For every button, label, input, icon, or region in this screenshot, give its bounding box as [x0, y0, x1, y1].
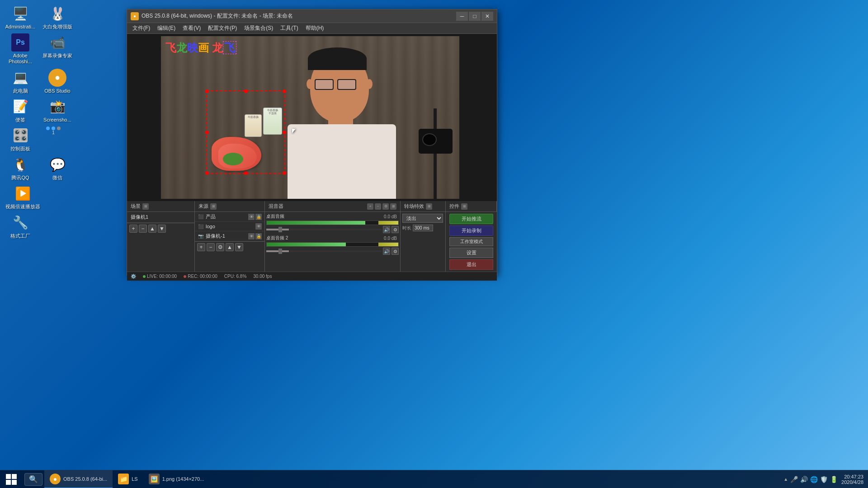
mixer-remove-icon[interactable]: −	[375, 203, 381, 210]
desktop-icon-sticky[interactable]: 📝 便签	[5, 98, 36, 123]
source-up-button[interactable]: ▲	[226, 243, 234, 251]
source-camera-lock-button[interactable]: 🔒	[255, 233, 262, 239]
scene-add-button[interactable]: +	[129, 225, 137, 233]
desktop-icon-administrat[interactable]: 🖥️ Administrati...	[5, 5, 36, 30]
obs-app-icon: ●	[131, 12, 139, 20]
sources-expand-icon[interactable]: ⊞	[210, 203, 217, 210]
mixer-ch1-vol-slider[interactable]	[266, 229, 289, 230]
mixer-ch1-settings-button[interactable]: ⚙	[392, 226, 399, 233]
desktop-icon-screenshot[interactable]: 📸 Screensho...	[42, 98, 73, 123]
title-char-4: 画	[198, 42, 209, 54]
scenes-expand-icon[interactable]: ⊞	[142, 203, 149, 210]
mixer-ch1-mute-button[interactable]: 🔊	[383, 226, 390, 233]
desktop-icon-screen-cap[interactable]: 📹 屏幕录像专家	[42, 33, 73, 65]
obs-icon: ●	[48, 69, 66, 87]
maximize-button[interactable]: □	[469, 12, 481, 21]
close-button[interactable]: ✕	[481, 12, 493, 21]
taskbar-network-icon[interactable]: 🌐	[810, 476, 818, 483]
handle-top-right[interactable]	[283, 89, 286, 93]
mixer-panel-header: 混音器 + − ⚙ ⊞	[265, 201, 401, 211]
start-stream-button[interactable]: 开始推流	[449, 214, 493, 224]
desktop-icon-daidi[interactable]: 🐰 大白兔增强版	[42, 5, 73, 30]
rec-label: REC: 00:00:00	[184, 274, 217, 279]
source-settings-button[interactable]: ⚙	[216, 243, 224, 251]
video-speed-icon: ▶️	[14, 184, 32, 202]
transitions-panel-header: 转场特效 ⊞	[401, 201, 446, 211]
taskbar-up-arrow-icon[interactable]: ▲	[783, 477, 788, 482]
desktop-icon-pc[interactable]: 💻 此电脑	[5, 69, 36, 94]
mixer-add-icon[interactable]: +	[367, 203, 373, 210]
controls-expand-icon[interactable]: ⊞	[461, 203, 467, 210]
menu-tools[interactable]: 工具(T)	[277, 23, 302, 33]
mixer-ch2-vol-slider[interactable]	[266, 250, 289, 252]
start-record-button[interactable]: 开始录制	[449, 225, 493, 236]
menu-profile[interactable]: 配置文件(P)	[204, 23, 241, 33]
qq-icon: 🐧	[11, 155, 29, 174]
clock-date: 2020/4/28	[841, 479, 863, 485]
desktop-icon-video-speed[interactable]: ▶️ 视频倍速播放器	[5, 184, 41, 210]
screen-cap-icon: 📹	[48, 33, 66, 52]
settings-button[interactable]: 设置	[449, 248, 493, 258]
minimize-button[interactable]: ─	[456, 12, 468, 21]
desktop-icon-wechat[interactable]: 💬 微信	[42, 155, 73, 181]
start-button[interactable]	[0, 470, 23, 488]
controls-panel-header: 控件 ⊞	[446, 201, 497, 211]
taskbar-speaker-icon[interactable]: 🔊	[800, 476, 808, 483]
left-ear	[307, 79, 313, 89]
menu-view[interactable]: 查看(V)	[179, 23, 204, 33]
source-camera-visible-button[interactable]: 👁	[248, 233, 255, 239]
mixer-ch2-vol-handle[interactable]	[278, 249, 282, 254]
preview-area[interactable]: 飞龙映画 龙飞	[127, 34, 497, 201]
taskbar-search-button[interactable]: 🔍	[24, 473, 42, 486]
exit-button[interactable]: 退出	[449, 259, 493, 270]
handle-left-mid[interactable]	[205, 131, 209, 134]
menu-scenes[interactable]: 场景集合(S)	[241, 23, 277, 33]
mixer-ch2-mute-button[interactable]: 🔊	[383, 248, 390, 255]
desktop-icon-format-tool[interactable]: 🔧 格式工厂	[5, 214, 36, 239]
transitions-expand-icon[interactable]: ⊞	[426, 203, 432, 210]
taskbar-app-obs[interactable]: ● OBS 25.0.8 (64-bi...	[44, 470, 113, 488]
scene-down-button[interactable]: ▼	[158, 225, 166, 233]
product-selection-box[interactable]: 牛筋香肠干货类 牛筋香肠	[206, 90, 285, 174]
qq-label: 腾讯QQ	[11, 175, 29, 181]
transition-type-select[interactable]: 淡出	[402, 214, 443, 223]
mixer-ch2-settings-button[interactable]: ⚙	[392, 248, 399, 255]
scene-up-button[interactable]: ▲	[148, 225, 156, 233]
pc-label: 此电脑	[13, 88, 28, 94]
source-down-button[interactable]: ▼	[235, 243, 243, 251]
handle-bottom-mid[interactable]	[244, 171, 248, 175]
duration-input[interactable]	[413, 225, 433, 231]
handle-top-left[interactable]	[205, 89, 209, 93]
mixer-ch1-vol-handle[interactable]	[278, 227, 282, 232]
handle-bottom-left[interactable]	[205, 171, 209, 175]
mixer-ch2-header: 桌面音频 2 0.0 dB	[266, 235, 399, 241]
source-product-lock-button[interactable]: 🔒	[255, 214, 262, 220]
desktop-icon-obs[interactable]: ● OBS Studio	[42, 69, 73, 94]
taskbar-clock[interactable]: 20:47:23 2020/4/28	[841, 474, 863, 485]
video-speed-label: 视频倍速播放器	[5, 204, 40, 210]
source-remove-button[interactable]: −	[207, 243, 215, 251]
handle-bottom-right[interactable]	[283, 171, 286, 175]
taskbar-app-explorer[interactable]: 📁 LS	[113, 470, 143, 488]
menu-edit[interactable]: 编辑(E)	[154, 23, 179, 33]
handle-top-mid[interactable]	[244, 89, 248, 93]
taskbar-microphone-icon: 🎤	[790, 476, 798, 483]
source-item-product[interactable]: ⬛ 产品 👁 🔒	[195, 212, 264, 222]
menu-help[interactable]: 帮助(H)	[302, 23, 328, 33]
live-label: LIVE: 00:00:00	[143, 274, 177, 279]
mixer-expand-icon[interactable]: ⊞	[390, 203, 396, 210]
source-add-button[interactable]: +	[197, 243, 205, 251]
source-product-visible-button[interactable]: 👁	[248, 214, 255, 220]
mixer-settings-icon[interactable]: ⚙	[382, 203, 389, 210]
desktop-icon-ctrl-panel[interactable]: 🎛️ 控制面板	[5, 127, 36, 152]
scene-remove-button[interactable]: −	[139, 225, 147, 233]
source-logo-visible-button[interactable]: 👁	[255, 223, 262, 230]
desktop-icon-adobe-ps[interactable]: Ps Adobe Photoshi...	[5, 33, 36, 65]
desktop-icon-qq[interactable]: 🐧 腾讯QQ	[5, 155, 36, 181]
workmode-button[interactable]: 工作室模式	[449, 237, 493, 246]
source-item-camera[interactable]: 📷 摄像机-1 👁 🔒	[195, 231, 264, 241]
taskbar-app-png[interactable]: 🖼️ 1.png (1434×270...	[143, 470, 210, 488]
menu-file[interactable]: 文件(F)	[129, 23, 154, 33]
source-item-logo[interactable]: ⬛ logo 👁	[195, 222, 264, 231]
scene-item-camera1[interactable]: 摄像机1	[127, 212, 194, 223]
